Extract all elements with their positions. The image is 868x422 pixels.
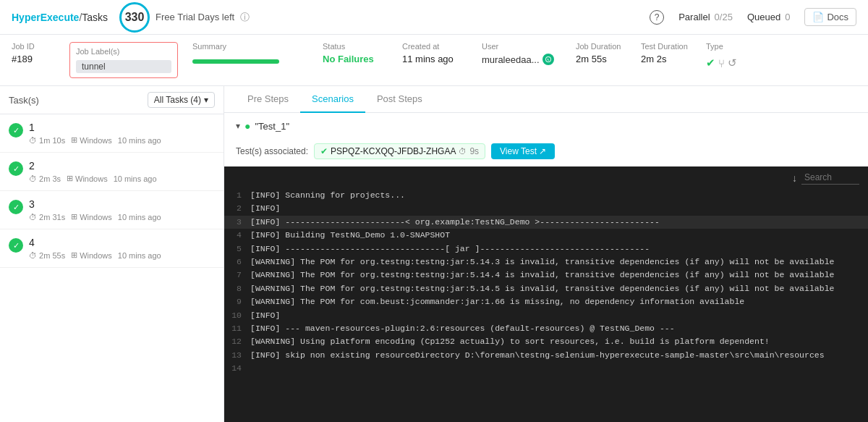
log-line-text: [INFO] Building TestNG_Demo 1.0-SNAPSHOT xyxy=(250,229,456,242)
log-line: 13 [INFO] skip non existing resourceDire… xyxy=(224,349,868,362)
job-label-header: Job Label(s) xyxy=(76,47,171,56)
tabs-row: Pre StepsScenariosPost Steps xyxy=(224,86,868,113)
help-icon[interactable]: ? xyxy=(650,10,664,25)
log-line: 3 [INFO] ------------------------< org.e… xyxy=(224,216,868,229)
view-test-button[interactable]: View Test ↗ xyxy=(491,143,555,159)
tasks-filter-dropdown[interactable]: All Tasks (4) ▾ xyxy=(148,92,215,108)
log-content: 1 [INFO] Scanning for projects... 2 [INF… xyxy=(224,189,868,422)
tab-scenarios[interactable]: Scenarios xyxy=(300,86,365,113)
log-line: 9 [WARNING] The POM for com.beust:jcomma… xyxy=(224,295,868,308)
task-os: ⊞ Windows xyxy=(71,212,112,221)
docs-button[interactable]: 📄 Docs xyxy=(804,8,856,26)
task-os: ⊞ Windows xyxy=(71,250,112,260)
task-meta: ⏱ 2m 55s ⊞ Windows 10 mins ago xyxy=(29,250,215,260)
task-item[interactable]: ✓ 1 ⏱ 1m 10s ⊞ Windows 10 mins ago xyxy=(0,114,224,153)
test-duration-label: Test Duration xyxy=(641,42,706,51)
clock-icon: ⏱ xyxy=(459,147,467,156)
log-search-input[interactable] xyxy=(801,171,859,185)
scenario-name: "Test_1" xyxy=(255,121,289,132)
trial-text: Free Trial Days left xyxy=(156,12,234,22)
log-line-number: 14 xyxy=(224,362,250,375)
job-id-label: Job ID xyxy=(12,42,69,51)
task-number: 2 xyxy=(29,160,215,172)
task-sidebar: Task(s) All Tasks (4) ▾ ✓ 1 ⏱ 1m 10s ⊞ W… xyxy=(0,86,224,422)
scenario-check-icon: ● xyxy=(244,120,250,132)
user-col: User muraleedaa... xyxy=(482,42,576,65)
log-line: 8 [WARNING] The POM for org.testng:testn… xyxy=(224,282,868,295)
log-line-text: [INFO] xyxy=(250,309,286,322)
log-line-text: [INFO] skip non existing resourceDirecto… xyxy=(250,349,830,362)
tasks-filter-label: All Tasks (4) xyxy=(154,95,201,105)
log-line-number: 13 xyxy=(224,349,250,362)
job-duration-value: 2m 55s xyxy=(576,54,641,64)
brand-name[interactable]: HyperExecute xyxy=(12,12,79,23)
test-duration-value: 2m 2s xyxy=(641,54,706,64)
test-id-badge: ✔ PSPQZ-KCXQQ-JFDBJ-ZHGAA ⏱ 9s xyxy=(314,143,485,159)
log-line-number: 1 xyxy=(224,189,250,202)
log-line: 1 [INFO] Scanning for projects... xyxy=(224,189,868,202)
log-line: 5 [INFO] -------------------------------… xyxy=(224,242,868,256)
scenario-header: ▾ ● "Test_1" xyxy=(224,113,868,139)
task-item[interactable]: ✓ 2 ⏱ 2m 3s ⊞ Windows 10 mins ago xyxy=(0,153,224,191)
log-line: 10 [INFO] xyxy=(224,309,868,322)
log-line-text: [INFO] xyxy=(250,202,286,215)
scenario-area: ▾ ● "Test_1" Test(s) associated: ✔ PSPQZ… xyxy=(224,113,868,422)
created-value: 11 mins ago xyxy=(402,54,482,64)
windows-icon: ⊞ xyxy=(71,135,77,145)
log-line: 7 [WARNING] The POM for org.testng:testn… xyxy=(224,269,868,282)
main-area: Task(s) All Tasks (4) ▾ ✓ 1 ⏱ 1m 10s ⊞ W… xyxy=(0,86,868,422)
task-number: 4 xyxy=(29,237,215,248)
log-line: 11 [INFO] --- maven-resources-plugin:2.6… xyxy=(224,322,868,335)
user-value-row: muraleedaa... xyxy=(482,54,576,65)
log-search-area: ↓ xyxy=(792,171,859,185)
status-value: No Failures xyxy=(323,54,402,64)
log-line-text: [INFO] Scanning for projects... xyxy=(250,189,411,202)
task-meta: ⏱ 1m 10s ⊞ Windows 10 mins ago xyxy=(29,135,215,145)
task-meta: ⏱ 2m 3s ⊞ Windows 10 mins ago xyxy=(29,174,215,183)
job-info-row: Job ID #189 Job Label(s) tunnel Summary … xyxy=(0,35,868,86)
task-details: 4 ⏱ 2m 55s ⊞ Windows 10 mins ago xyxy=(29,237,215,260)
log-line-text: [WARNING] The POM for org.testng:testng:… xyxy=(250,256,840,269)
content-right: Pre StepsScenariosPost Steps ▾ ● "Test_1… xyxy=(224,86,868,422)
log-line: 6 [WARNING] The POM for org.testng:testn… xyxy=(224,256,868,269)
user-sync-icon xyxy=(542,54,554,65)
queued-stat: Queued 0 xyxy=(747,12,791,22)
tab-pre-steps[interactable]: Pre Steps xyxy=(236,86,300,113)
tests-associated-label: Test(s) associated: xyxy=(236,146,308,156)
summary-col: Summary xyxy=(192,42,308,64)
job-id-col: Job ID #189 xyxy=(12,42,69,64)
log-line-number: 11 xyxy=(224,322,250,335)
log-area: ↓ 1 [INFO] Scanning for projects... 2 [I… xyxy=(224,166,868,422)
summary-label: Summary xyxy=(192,42,308,51)
task-meta: ⏱ 2m 31s ⊞ Windows 10 mins ago xyxy=(29,212,215,221)
task-time: ⏱ 2m 31s xyxy=(29,213,65,221)
task-os: ⊞ Windows xyxy=(71,135,112,145)
log-line: 2 [INFO] xyxy=(224,202,868,215)
scenario-chevron-icon[interactable]: ▾ xyxy=(236,121,240,131)
user-label: User xyxy=(482,42,576,51)
task-check-icon: ✓ xyxy=(9,123,23,138)
tab-post-steps[interactable]: Post Steps xyxy=(365,86,434,113)
task-check-icon: ✓ xyxy=(9,161,23,176)
log-line-text: [INFO] --------------------------------[… xyxy=(250,242,655,256)
log-line-text: [WARNING] The POM for org.testng:testng:… xyxy=(250,269,840,282)
task-ago: 10 mins ago xyxy=(118,213,161,221)
windows-icon: ⊞ xyxy=(71,212,77,221)
log-line-number: 8 xyxy=(224,282,250,295)
trial-info-icon[interactable]: ⓘ xyxy=(240,11,250,24)
task-list: ✓ 1 ⏱ 1m 10s ⊞ Windows 10 mins ago ✓ 2 ⏱… xyxy=(0,114,224,422)
task-item[interactable]: ✓ 4 ⏱ 2m 55s ⊞ Windows 10 mins ago xyxy=(0,229,224,268)
download-icon[interactable]: ↓ xyxy=(792,172,797,184)
chevron-down-icon: ▾ xyxy=(204,95,208,105)
task-time: ⏱ 2m 3s xyxy=(29,174,61,183)
log-line-text: [WARNING] The POM for com.beust:jcommand… xyxy=(250,295,750,308)
task-check-icon: ✓ xyxy=(9,200,23,214)
task-check-icon: ✓ xyxy=(9,238,23,253)
windows-icon: ⊞ xyxy=(67,174,73,183)
task-time: ⏱ 1m 10s xyxy=(29,136,65,145)
log-line-number: 2 xyxy=(224,202,250,215)
task-item[interactable]: ✓ 3 ⏱ 2m 31s ⊞ Windows 10 mins ago xyxy=(0,191,224,229)
status-label: Status xyxy=(323,42,402,51)
summary-progress-bar xyxy=(192,59,279,64)
job-label-tag: tunnel xyxy=(76,60,171,73)
